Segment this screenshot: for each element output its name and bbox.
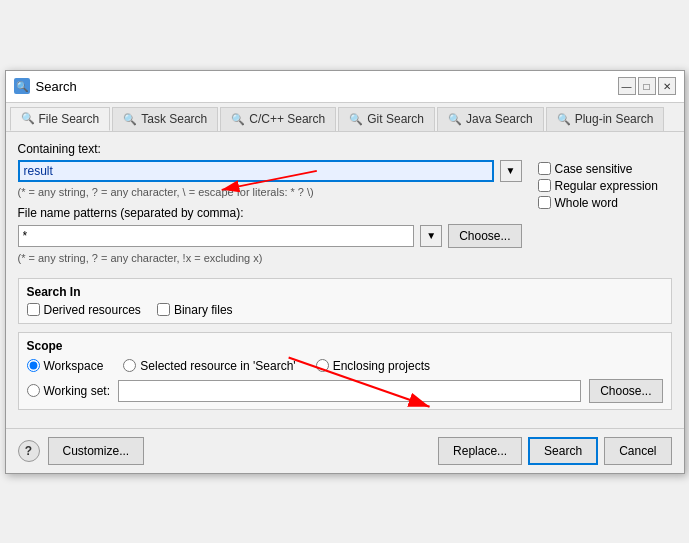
whole-word-option: Whole word bbox=[538, 196, 672, 210]
file-pattern-input[interactable] bbox=[18, 225, 415, 247]
workspace-option: Workspace bbox=[27, 359, 104, 373]
file-pattern-row: ▼ Choose... bbox=[18, 224, 522, 248]
case-sensitive-label: Case sensitive bbox=[555, 162, 633, 176]
cpp-search-tab-icon: 🔍 bbox=[231, 113, 245, 126]
containing-text-hint: (* = any string, ? = any character, \ = … bbox=[18, 186, 522, 198]
binary-files-option: Binary files bbox=[157, 303, 233, 317]
tab-plugin-search-label: Plug-in Search bbox=[575, 112, 654, 126]
window-icon: 🔍 bbox=[14, 78, 30, 94]
java-search-tab-icon: 🔍 bbox=[448, 113, 462, 126]
minimize-button[interactable]: — bbox=[618, 77, 636, 95]
tab-file-search-label: File Search bbox=[39, 112, 100, 126]
scope-radio-row: Workspace Selected resource in 'Search' … bbox=[27, 359, 663, 373]
scope-title: Scope bbox=[27, 339, 663, 353]
tab-bar: 🔍 File Search 🔍 Task Search 🔍 C/C++ Sear… bbox=[6, 103, 684, 132]
containing-text-input[interactable] bbox=[18, 160, 494, 182]
regex-label: Regular expression bbox=[555, 179, 658, 193]
scope-section: Scope Workspace Selected resource in 'Se… bbox=[18, 332, 672, 410]
tab-task-search[interactable]: 🔍 Task Search bbox=[112, 107, 218, 131]
tab-git-search[interactable]: 🔍 Git Search bbox=[338, 107, 435, 131]
search-options: Case sensitive Regular expression Whole … bbox=[538, 162, 672, 210]
maximize-button[interactable]: □ bbox=[638, 77, 656, 95]
selected-resource-label: Selected resource in 'Search' bbox=[140, 359, 295, 373]
binary-files-label: Binary files bbox=[174, 303, 233, 317]
selected-resource-radio[interactable] bbox=[123, 359, 136, 372]
footer-left: ? Customize... bbox=[18, 437, 145, 465]
plugin-search-tab-icon: 🔍 bbox=[557, 113, 571, 126]
working-set-choose-button[interactable]: Choose... bbox=[589, 379, 662, 403]
whole-word-label: Whole word bbox=[555, 196, 618, 210]
derived-resources-label: Derived resources bbox=[44, 303, 141, 317]
derived-resources-checkbox[interactable] bbox=[27, 303, 40, 316]
search-in-options: Derived resources Binary files bbox=[27, 303, 663, 317]
file-pattern-choose-button[interactable]: Choose... bbox=[448, 224, 521, 248]
window-title: Search bbox=[36, 79, 77, 94]
help-button[interactable]: ? bbox=[18, 440, 40, 462]
working-set-row: Working set: Choose... bbox=[27, 379, 663, 403]
tab-plugin-search[interactable]: 🔍 Plug-in Search bbox=[546, 107, 665, 131]
containing-text-dropdown[interactable]: ▼ bbox=[500, 160, 522, 182]
binary-files-checkbox[interactable] bbox=[157, 303, 170, 316]
customize-button[interactable]: Customize... bbox=[48, 437, 145, 465]
dialog-body: Containing text: ▼ (* = any string, ? = … bbox=[6, 132, 684, 428]
workspace-label: Workspace bbox=[44, 359, 104, 373]
search-dialog: 🔍 Search — □ ✕ 🔍 File Search 🔍 Task Sear… bbox=[5, 70, 685, 474]
workspace-radio[interactable] bbox=[27, 359, 40, 372]
search-in-title: Search In bbox=[27, 285, 663, 299]
enclosing-projects-option: Enclosing projects bbox=[316, 359, 430, 373]
working-set-option: Working set: bbox=[27, 384, 110, 398]
file-search-tab-icon: 🔍 bbox=[21, 112, 35, 125]
case-sensitive-checkbox[interactable] bbox=[538, 162, 551, 175]
working-set-input[interactable] bbox=[118, 380, 581, 402]
tab-file-search[interactable]: 🔍 File Search bbox=[10, 107, 111, 131]
enclosing-projects-label: Enclosing projects bbox=[333, 359, 430, 373]
options-section: Case sensitive Regular expression Whole … bbox=[532, 142, 672, 272]
left-section: Containing text: ▼ (* = any string, ? = … bbox=[18, 142, 522, 272]
case-sensitive-option: Case sensitive bbox=[538, 162, 672, 176]
close-button[interactable]: ✕ bbox=[658, 77, 676, 95]
containing-text-row: ▼ bbox=[18, 160, 522, 182]
footer: ? Customize... Replace... Search Cancel bbox=[6, 428, 684, 473]
search-in-section: Search In Derived resources Binary files bbox=[18, 278, 672, 324]
top-section: Containing text: ▼ (* = any string, ? = … bbox=[18, 142, 672, 272]
selected-resource-option: Selected resource in 'Search' bbox=[123, 359, 295, 373]
derived-resources-option: Derived resources bbox=[27, 303, 141, 317]
replace-button[interactable]: Replace... bbox=[438, 437, 522, 465]
file-pattern-hint: (* = any string, ? = any character, !x =… bbox=[18, 252, 522, 264]
tab-git-search-label: Git Search bbox=[367, 112, 424, 126]
regex-checkbox[interactable] bbox=[538, 179, 551, 192]
content-area: Containing text: ▼ (* = any string, ? = … bbox=[6, 132, 684, 428]
enclosing-projects-radio[interactable] bbox=[316, 359, 329, 372]
working-set-radio[interactable] bbox=[27, 384, 40, 397]
file-pattern-dropdown[interactable]: ▼ bbox=[420, 225, 442, 247]
working-set-label: Working set: bbox=[44, 384, 110, 398]
titlebar-left: 🔍 Search bbox=[14, 78, 77, 94]
whole-word-checkbox[interactable] bbox=[538, 196, 551, 209]
footer-right: Replace... Search Cancel bbox=[438, 437, 671, 465]
search-button[interactable]: Search bbox=[528, 437, 598, 465]
tab-java-search-label: Java Search bbox=[466, 112, 533, 126]
tab-task-search-label: Task Search bbox=[141, 112, 207, 126]
git-search-tab-icon: 🔍 bbox=[349, 113, 363, 126]
regex-option: Regular expression bbox=[538, 179, 672, 193]
tab-java-search[interactable]: 🔍 Java Search bbox=[437, 107, 544, 131]
tab-cpp-search[interactable]: 🔍 C/C++ Search bbox=[220, 107, 336, 131]
file-pattern-label: File name patterns (separated by comma): bbox=[18, 206, 522, 220]
titlebar: 🔍 Search — □ ✕ bbox=[6, 71, 684, 103]
titlebar-controls: — □ ✕ bbox=[618, 77, 676, 95]
tab-cpp-search-label: C/C++ Search bbox=[249, 112, 325, 126]
cancel-button[interactable]: Cancel bbox=[604, 437, 671, 465]
task-search-tab-icon: 🔍 bbox=[123, 113, 137, 126]
containing-text-label: Containing text: bbox=[18, 142, 522, 156]
